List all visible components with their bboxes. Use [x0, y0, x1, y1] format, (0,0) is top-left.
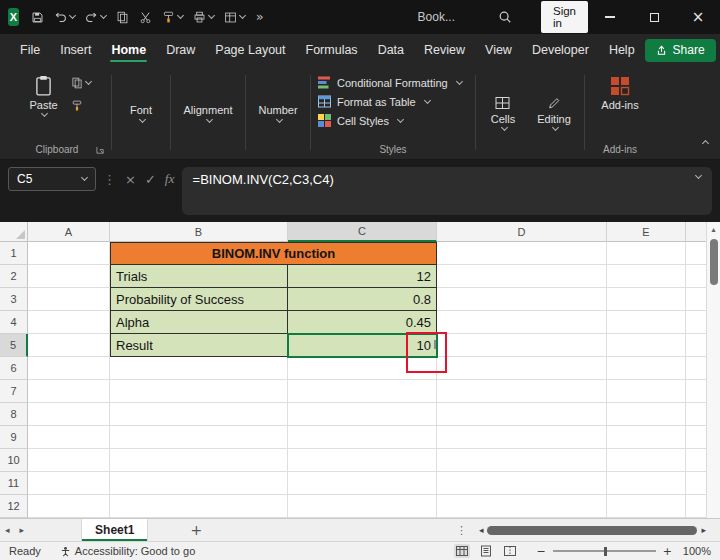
tab-insert[interactable]: Insert	[50, 34, 101, 66]
print-icon[interactable]	[188, 8, 219, 27]
cell-A5[interactable]	[28, 334, 110, 357]
accessibility-status[interactable]: Accessibility: Good to go	[60, 545, 195, 557]
paste-button[interactable]: Paste	[23, 73, 63, 118]
insert-function-icon[interactable]: fx	[165, 171, 175, 187]
select-all-corner[interactable]	[0, 222, 28, 242]
share-button[interactable]: Share	[645, 39, 716, 62]
tab-draw[interactable]: Draw	[156, 34, 205, 66]
cell-D1[interactable]	[437, 242, 607, 265]
minimize-button[interactable]	[588, 0, 632, 34]
cell-A2[interactable]	[28, 265, 110, 288]
copy-small-icon[interactable]	[71, 77, 91, 89]
cell-B5[interactable]: Result	[110, 334, 288, 357]
save-icon[interactable]	[26, 8, 49, 27]
cell-E4[interactable]	[607, 311, 686, 334]
cell-B2[interactable]: Trials	[110, 265, 288, 288]
cell-A1[interactable]	[28, 242, 110, 265]
expand-formula-bar-icon[interactable]	[695, 172, 702, 179]
scroll-up-icon[interactable]: ▴	[711, 222, 715, 237]
tab-developer[interactable]: Developer	[522, 34, 599, 66]
cell-styles-button[interactable]: Cell Styles	[318, 114, 462, 127]
excel-app-icon[interactable]: X	[8, 8, 19, 26]
tab-help[interactable]: Help	[599, 34, 645, 66]
sheet-tab-sheet1[interactable]: Sheet1	[81, 519, 148, 541]
row-header-7[interactable]: 7	[0, 380, 28, 403]
cell-A3[interactable]	[28, 288, 110, 311]
row-header-4[interactable]: 4	[0, 311, 28, 334]
enter-check-icon[interactable]: ✓	[145, 172, 156, 187]
format-as-table-button[interactable]: Format as Table	[318, 95, 462, 108]
tab-file[interactable]: File	[10, 34, 50, 66]
cell-E5[interactable]	[607, 334, 686, 357]
zoom-in-button[interactable]: +	[663, 545, 672, 558]
close-button[interactable]: ×	[676, 0, 720, 34]
formula-input[interactable]: =BINOM.INV(C2,C3,C4)	[182, 167, 712, 215]
conditional-formatting-button[interactable]: Conditional Formatting	[318, 76, 462, 89]
cell-B1-C1-table-title[interactable]: BINOM.INV function	[110, 242, 437, 265]
tab-page-layout[interactable]: Page Layout	[205, 34, 295, 66]
cells-group-collapsed[interactable]: Cells	[479, 66, 527, 159]
tab-data[interactable]: Data	[368, 34, 414, 66]
format-painter-small-icon[interactable]	[71, 100, 91, 112]
row-header-12[interactable]: 12	[0, 495, 28, 518]
cell-C3[interactable]: 0.8	[288, 288, 437, 311]
row-header-8[interactable]: 8	[0, 403, 28, 426]
horizontal-scrollbar[interactable]: ⋮ ◂ ▸	[456, 524, 706, 537]
add-sheet-button[interactable]: +	[190, 522, 202, 538]
collapse-ribbon-icon[interactable]	[700, 132, 708, 150]
table-tools-icon[interactable]	[219, 8, 250, 27]
cell-A4[interactable]	[28, 311, 110, 334]
cell-B3[interactable]: Probability of Success	[110, 288, 288, 311]
sign-in-button[interactable]: Sign in	[541, 1, 588, 33]
zoom-slider-thumb[interactable]	[604, 547, 607, 556]
cell-D4[interactable]	[437, 311, 607, 334]
number-group-collapsed[interactable]: Number	[249, 66, 307, 159]
row-header-6[interactable]: 6	[0, 357, 28, 380]
cell-E3[interactable]	[607, 288, 686, 311]
font-group-collapsed[interactable]: Font	[115, 66, 167, 159]
tab-formulas[interactable]: Formulas	[296, 34, 368, 66]
row-header-9[interactable]: 9	[0, 426, 28, 449]
sheet-nav-left-icon[interactable]: ◂	[0, 525, 15, 535]
zoom-slider[interactable]	[553, 550, 656, 552]
row-header-3[interactable]: 3	[0, 288, 28, 311]
column-header-B[interactable]: B	[110, 222, 288, 242]
zoom-out-button[interactable]: −	[537, 545, 546, 558]
cell-E1[interactable]	[607, 242, 686, 265]
copy-icon[interactable]	[111, 8, 134, 27]
row-header-10[interactable]: 10	[0, 449, 28, 472]
redo-icon[interactable]	[80, 8, 111, 27]
column-header-D[interactable]: D	[437, 222, 607, 242]
tab-home[interactable]: Home	[101, 34, 156, 66]
column-header-E[interactable]: E	[607, 222, 686, 242]
clipboard-dialog-launcher-icon[interactable]	[96, 146, 105, 155]
cell-C2[interactable]: 12	[288, 265, 437, 288]
splitter-dots-icon[interactable]: ⋮	[456, 524, 467, 537]
editing-group-collapsed[interactable]: Editing	[527, 66, 581, 159]
row-header-5[interactable]: 5	[0, 334, 28, 357]
page-layout-view-icon[interactable]	[478, 544, 494, 558]
cell-E2[interactable]	[607, 265, 686, 288]
sheet-nav-right-icon[interactable]: ▸	[15, 525, 30, 535]
cell-B4[interactable]: Alpha	[110, 311, 288, 334]
horizontal-scroll-thumb[interactable]	[487, 526, 697, 535]
cut-icon[interactable]	[134, 8, 157, 27]
maximize-button[interactable]	[632, 0, 676, 34]
normal-view-icon[interactable]	[454, 544, 470, 558]
column-header-C[interactable]: C	[288, 222, 437, 242]
undo-icon[interactable]	[49, 8, 80, 27]
row-header-1[interactable]: 1	[0, 242, 28, 265]
cell-D5[interactable]	[437, 334, 607, 357]
row-header-2[interactable]: 2	[0, 265, 28, 288]
tab-review[interactable]: Review	[414, 34, 475, 66]
page-break-preview-icon[interactable]	[502, 544, 518, 558]
cancel-icon[interactable]: ×	[125, 172, 136, 187]
scroll-right-icon[interactable]: ▸	[701, 525, 706, 535]
format-painter-icon[interactable]	[157, 8, 188, 27]
vertical-scrollbar[interactable]: ▴	[706, 222, 720, 518]
column-header-A[interactable]: A	[28, 222, 110, 242]
addins-button[interactable]: Add-ins	[601, 73, 638, 111]
name-box[interactable]: C5	[8, 167, 96, 191]
vertical-scroll-thumb[interactable]	[710, 239, 718, 285]
more-commands-icon[interactable]: »	[256, 9, 264, 24]
